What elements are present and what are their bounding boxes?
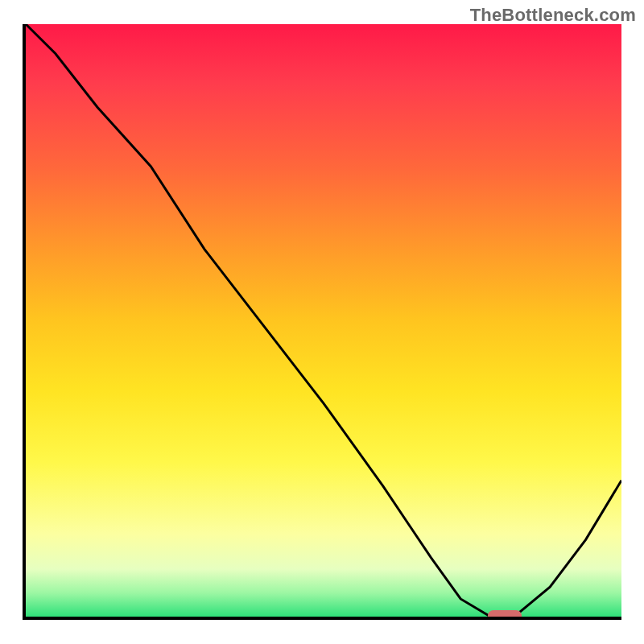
bottleneck-curve — [26, 24, 621, 617]
optimal-region-marker — [488, 610, 522, 620]
curve-path — [26, 24, 621, 617]
chart-container: TheBottleneck.com — [0, 0, 644, 644]
plot-area — [23, 24, 621, 620]
watermark-text: TheBottleneck.com — [470, 5, 636, 26]
